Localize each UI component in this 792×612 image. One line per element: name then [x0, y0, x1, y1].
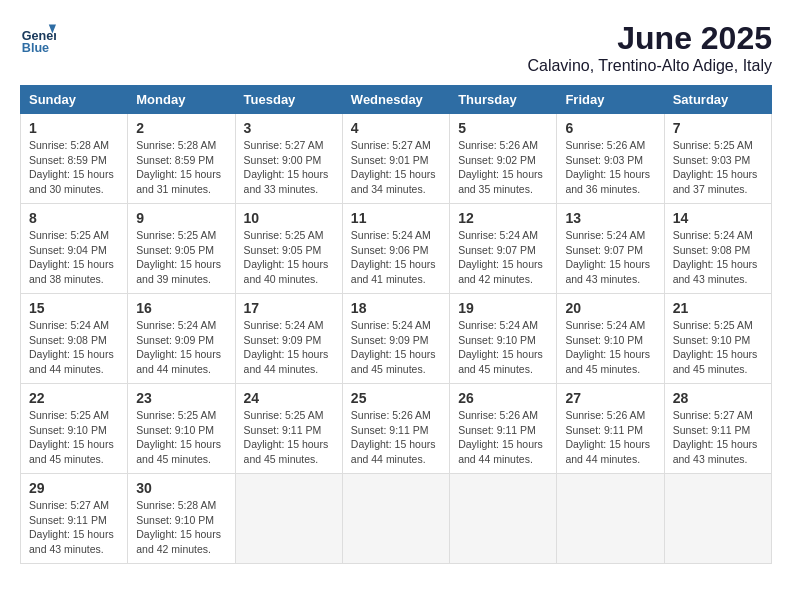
calendar-cell: 28Sunrise: 5:27 AM Sunset: 9:11 PM Dayli…: [664, 384, 771, 474]
day-info: Sunrise: 5:27 AM Sunset: 9:11 PM Dayligh…: [29, 498, 119, 557]
logo-icon: General Blue: [20, 20, 56, 56]
calendar-week-row: 22Sunrise: 5:25 AM Sunset: 9:10 PM Dayli…: [21, 384, 772, 474]
day-number: 17: [244, 300, 334, 316]
logo: General Blue: [20, 20, 56, 56]
day-number: 11: [351, 210, 441, 226]
day-of-week-header: Thursday: [450, 86, 557, 114]
day-number: 14: [673, 210, 763, 226]
day-number: 28: [673, 390, 763, 406]
calendar-cell: 6Sunrise: 5:26 AM Sunset: 9:03 PM Daylig…: [557, 114, 664, 204]
day-number: 9: [136, 210, 226, 226]
day-of-week-header: Monday: [128, 86, 235, 114]
calendar-week-row: 1Sunrise: 5:28 AM Sunset: 8:59 PM Daylig…: [21, 114, 772, 204]
calendar-cell: [557, 474, 664, 564]
header: General Blue June 2025 Calavino, Trentin…: [20, 20, 772, 75]
calendar-cell: 3Sunrise: 5:27 AM Sunset: 9:00 PM Daylig…: [235, 114, 342, 204]
day-info: Sunrise: 5:24 AM Sunset: 9:07 PM Dayligh…: [565, 228, 655, 287]
day-info: Sunrise: 5:25 AM Sunset: 9:04 PM Dayligh…: [29, 228, 119, 287]
day-number: 19: [458, 300, 548, 316]
calendar-cell: 23Sunrise: 5:25 AM Sunset: 9:10 PM Dayli…: [128, 384, 235, 474]
day-info: Sunrise: 5:26 AM Sunset: 9:11 PM Dayligh…: [458, 408, 548, 467]
day-info: Sunrise: 5:26 AM Sunset: 9:11 PM Dayligh…: [351, 408, 441, 467]
calendar-cell: 24Sunrise: 5:25 AM Sunset: 9:11 PM Dayli…: [235, 384, 342, 474]
day-number: 27: [565, 390, 655, 406]
day-info: Sunrise: 5:26 AM Sunset: 9:02 PM Dayligh…: [458, 138, 548, 197]
day-info: Sunrise: 5:24 AM Sunset: 9:06 PM Dayligh…: [351, 228, 441, 287]
day-number: 22: [29, 390, 119, 406]
day-number: 29: [29, 480, 119, 496]
day-info: Sunrise: 5:25 AM Sunset: 9:10 PM Dayligh…: [673, 318, 763, 377]
day-info: Sunrise: 5:27 AM Sunset: 9:00 PM Dayligh…: [244, 138, 334, 197]
calendar-week-row: 8Sunrise: 5:25 AM Sunset: 9:04 PM Daylig…: [21, 204, 772, 294]
calendar-cell: 21Sunrise: 5:25 AM Sunset: 9:10 PM Dayli…: [664, 294, 771, 384]
calendar-cell: 22Sunrise: 5:25 AM Sunset: 9:10 PM Dayli…: [21, 384, 128, 474]
calendar-cell: 5Sunrise: 5:26 AM Sunset: 9:02 PM Daylig…: [450, 114, 557, 204]
day-of-week-header: Sunday: [21, 86, 128, 114]
day-info: Sunrise: 5:24 AM Sunset: 9:09 PM Dayligh…: [136, 318, 226, 377]
calendar-cell: 25Sunrise: 5:26 AM Sunset: 9:11 PM Dayli…: [342, 384, 449, 474]
day-info: Sunrise: 5:25 AM Sunset: 9:03 PM Dayligh…: [673, 138, 763, 197]
day-info: Sunrise: 5:27 AM Sunset: 9:01 PM Dayligh…: [351, 138, 441, 197]
calendar-cell: 14Sunrise: 5:24 AM Sunset: 9:08 PM Dayli…: [664, 204, 771, 294]
day-info: Sunrise: 5:24 AM Sunset: 9:09 PM Dayligh…: [351, 318, 441, 377]
day-info: Sunrise: 5:24 AM Sunset: 9:09 PM Dayligh…: [244, 318, 334, 377]
day-info: Sunrise: 5:25 AM Sunset: 9:11 PM Dayligh…: [244, 408, 334, 467]
day-number: 2: [136, 120, 226, 136]
calendar-cell: 17Sunrise: 5:24 AM Sunset: 9:09 PM Dayli…: [235, 294, 342, 384]
day-number: 12: [458, 210, 548, 226]
day-of-week-header: Wednesday: [342, 86, 449, 114]
day-number: 5: [458, 120, 548, 136]
calendar-cell: 30Sunrise: 5:28 AM Sunset: 9:10 PM Dayli…: [128, 474, 235, 564]
calendar-week-row: 15Sunrise: 5:24 AM Sunset: 9:08 PM Dayli…: [21, 294, 772, 384]
day-info: Sunrise: 5:25 AM Sunset: 9:05 PM Dayligh…: [244, 228, 334, 287]
day-number: 10: [244, 210, 334, 226]
calendar-cell: 7Sunrise: 5:25 AM Sunset: 9:03 PM Daylig…: [664, 114, 771, 204]
day-info: Sunrise: 5:24 AM Sunset: 9:10 PM Dayligh…: [458, 318, 548, 377]
day-info: Sunrise: 5:26 AM Sunset: 9:11 PM Dayligh…: [565, 408, 655, 467]
calendar-cell: 15Sunrise: 5:24 AM Sunset: 9:08 PM Dayli…: [21, 294, 128, 384]
day-number: 16: [136, 300, 226, 316]
calendar-cell: 26Sunrise: 5:26 AM Sunset: 9:11 PM Dayli…: [450, 384, 557, 474]
calendar-cell: 19Sunrise: 5:24 AM Sunset: 9:10 PM Dayli…: [450, 294, 557, 384]
calendar-cell: 10Sunrise: 5:25 AM Sunset: 9:05 PM Dayli…: [235, 204, 342, 294]
day-number: 21: [673, 300, 763, 316]
calendar-cell-day1: 1Sunrise: 5:28 AM Sunset: 8:59 PM Daylig…: [21, 114, 128, 204]
day-of-week-header: Saturday: [664, 86, 771, 114]
calendar-cell: 2Sunrise: 5:28 AM Sunset: 8:59 PM Daylig…: [128, 114, 235, 204]
day-number: 13: [565, 210, 655, 226]
day-number: 6: [565, 120, 655, 136]
title-area: June 2025 Calavino, Trentino-Alto Adige,…: [527, 20, 772, 75]
calendar-cell: 16Sunrise: 5:24 AM Sunset: 9:09 PM Dayli…: [128, 294, 235, 384]
calendar-cell: [450, 474, 557, 564]
day-info: Sunrise: 5:28 AM Sunset: 8:59 PM Dayligh…: [136, 138, 226, 197]
calendar-cell: 27Sunrise: 5:26 AM Sunset: 9:11 PM Dayli…: [557, 384, 664, 474]
calendar-cell: 9Sunrise: 5:25 AM Sunset: 9:05 PM Daylig…: [128, 204, 235, 294]
day-number: 1: [29, 120, 119, 136]
calendar-cell: [235, 474, 342, 564]
calendar-cell: [664, 474, 771, 564]
day-number: 4: [351, 120, 441, 136]
day-number: 8: [29, 210, 119, 226]
day-number: 7: [673, 120, 763, 136]
calendar-cell: 18Sunrise: 5:24 AM Sunset: 9:09 PM Dayli…: [342, 294, 449, 384]
calendar-cell: 29Sunrise: 5:27 AM Sunset: 9:11 PM Dayli…: [21, 474, 128, 564]
calendar-cell: [342, 474, 449, 564]
day-info: Sunrise: 5:25 AM Sunset: 9:05 PM Dayligh…: [136, 228, 226, 287]
day-number: 30: [136, 480, 226, 496]
day-of-week-header: Friday: [557, 86, 664, 114]
day-number: 24: [244, 390, 334, 406]
day-info: Sunrise: 5:24 AM Sunset: 9:08 PM Dayligh…: [673, 228, 763, 287]
day-info: Sunrise: 5:24 AM Sunset: 9:07 PM Dayligh…: [458, 228, 548, 287]
calendar-cell: 20Sunrise: 5:24 AM Sunset: 9:10 PM Dayli…: [557, 294, 664, 384]
day-number: 23: [136, 390, 226, 406]
month-title: June 2025: [527, 20, 772, 57]
calendar: SundayMondayTuesdayWednesdayThursdayFrid…: [20, 85, 772, 564]
calendar-cell: 11Sunrise: 5:24 AM Sunset: 9:06 PM Dayli…: [342, 204, 449, 294]
day-number: 18: [351, 300, 441, 316]
day-of-week-header: Tuesday: [235, 86, 342, 114]
day-info: Sunrise: 5:28 AM Sunset: 9:10 PM Dayligh…: [136, 498, 226, 557]
day-info: Sunrise: 5:28 AM Sunset: 8:59 PM Dayligh…: [29, 138, 119, 197]
calendar-header-row: SundayMondayTuesdayWednesdayThursdayFrid…: [21, 86, 772, 114]
day-number: 15: [29, 300, 119, 316]
day-info: Sunrise: 5:24 AM Sunset: 9:08 PM Dayligh…: [29, 318, 119, 377]
